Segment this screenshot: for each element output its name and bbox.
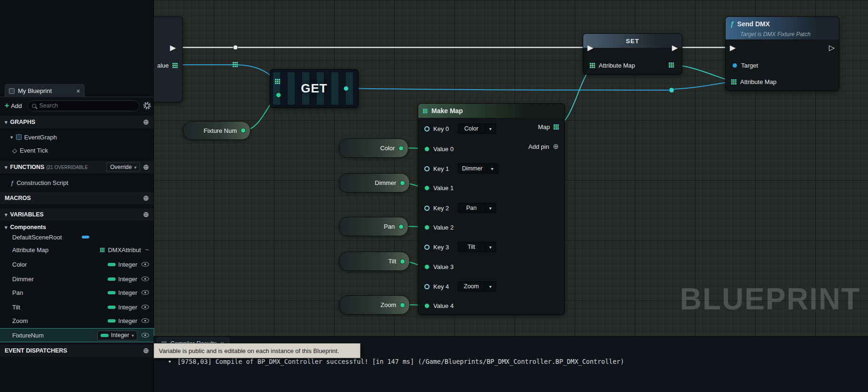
set-attribute-map-node[interactable]: SET ▶ ▶ Attribute Map — [583, 33, 682, 75]
int-output-pin[interactable] — [400, 180, 405, 185]
add-function-icon[interactable] — [143, 163, 149, 171]
variable-row-fixturenum-selected[interactable]: FixtureNum Integer — [0, 329, 154, 342]
override-dropdown[interactable]: Override — [106, 162, 140, 172]
add-variable-icon[interactable] — [143, 210, 149, 219]
map-wire[interactable] — [345, 88, 670, 90]
chevron-down-icon[interactable] — [485, 242, 496, 252]
close-tab-icon[interactable] — [76, 87, 80, 94]
send-dmx-node[interactable]: ƒ Send DMX Target is DMX Fixture Patch ▶… — [725, 16, 839, 91]
map-input-pin[interactable] — [731, 79, 736, 85]
variable-tooltip: Variable is public and is editable on ea… — [154, 343, 360, 358]
int-output-pin[interactable] — [399, 146, 404, 151]
key-pin[interactable] — [424, 166, 430, 171]
variable-row-zoom[interactable]: Zoom Integer — [0, 315, 154, 327]
map-pin-icon[interactable] — [172, 63, 178, 68]
map-output-pin[interactable] — [669, 62, 674, 68]
exec-out-pin[interactable]: ▶ — [672, 44, 678, 52]
add-button[interactable]: Add — [3, 101, 23, 110]
chevron-down-icon[interactable] — [485, 123, 496, 134]
make-map-icon — [423, 108, 427, 113]
value-pin[interactable] — [424, 185, 430, 191]
chevron-down-icon[interactable] — [485, 203, 496, 213]
visibility-eye-icon[interactable] — [141, 262, 149, 267]
key-enum-dropdown[interactable]: Dimmer — [458, 163, 498, 174]
event-graph-canvas[interactable]: BLUEPRINT ▶ alue — [154, 0, 868, 336]
sidebar-item-construction-script[interactable]: Construction Script — [0, 177, 154, 189]
key-enum-dropdown[interactable]: Zoom — [458, 281, 496, 292]
value-pin[interactable] — [424, 264, 430, 269]
visibility-eye-icon[interactable] — [141, 290, 149, 295]
chevron-down-icon[interactable] — [485, 281, 496, 292]
variable-row-defaultsceneroot[interactable]: DefaultSceneRoot — [0, 231, 154, 243]
value-pin[interactable] — [424, 303, 430, 308]
variable-row-pan[interactable]: Pan Integer — [0, 286, 154, 299]
exec-out-pin[interactable]: ▷ — [829, 44, 835, 52]
variable-row-dimmer[interactable]: Dimmer Integer — [0, 273, 154, 285]
get-node[interactable]: GET — [270, 69, 359, 108]
exec-in-pin[interactable]: ▶ — [730, 44, 735, 52]
get-dimmer-node[interactable]: Dimmer — [339, 173, 410, 192]
key-pin[interactable] — [424, 245, 430, 250]
key-enum-dropdown[interactable]: Pan — [458, 203, 496, 213]
key-enum-dropdown[interactable]: Tilt — [458, 242, 496, 252]
graph-icon — [16, 134, 22, 140]
key-pin[interactable] — [424, 206, 430, 211]
key-enum-dropdown[interactable]: Color — [458, 123, 496, 134]
value-pin[interactable] — [424, 146, 430, 152]
visibility-eye-icon[interactable] — [141, 277, 149, 281]
add-event-dispatcher-icon[interactable] — [143, 346, 149, 355]
visibility-eye-icon[interactable] — [141, 333, 149, 338]
get-tilt-node[interactable]: Tilt — [339, 252, 410, 271]
map-reroute-pin-icon[interactable] — [233, 62, 238, 67]
int-output-pin[interactable] — [399, 224, 404, 229]
map-input-pin[interactable] — [275, 79, 280, 84]
map-input-pin[interactable] — [590, 63, 595, 68]
get-pan-node[interactable]: Pan — [339, 217, 408, 236]
visibility-eye-icon[interactable] — [141, 318, 149, 323]
value-output-pin[interactable] — [344, 86, 349, 91]
variables-section-header[interactable]: VARIABLES — [0, 208, 154, 221]
sidebar-item-event-tick[interactable]: Event Tick — [0, 144, 154, 156]
value-pin[interactable] — [424, 225, 430, 230]
map-wire[interactable] — [673, 82, 731, 89]
make-map-node[interactable]: Make Map Key 0 Color Value 0 Key 1 Dimme… — [418, 103, 565, 315]
map-output-pin[interactable] — [554, 124, 559, 130]
event-dispatchers-section-header[interactable]: EVENT DISPATCHERS — [0, 345, 154, 357]
variable-type-dropdown[interactable]: Integer — [97, 331, 137, 340]
add-pin-icon[interactable] — [553, 142, 559, 151]
exec-in-pin[interactable]: ▶ — [587, 44, 593, 52]
settings-gear-icon[interactable] — [143, 102, 151, 109]
get-fixture-num-node[interactable]: Fixture Num — [183, 121, 250, 140]
sidebar-item-eventgraph[interactable]: EventGraph — [0, 131, 154, 143]
int-output-pin[interactable] — [400, 259, 405, 264]
target-input-pin[interactable] — [732, 63, 737, 68]
macros-section-header[interactable]: MACROS — [0, 192, 154, 204]
variable-row-tilt[interactable]: Tilt Integer — [0, 301, 154, 313]
functions-section-header[interactable]: FUNCTIONS (21 OVERRIDABLE Override — [0, 161, 154, 173]
int-output-pin[interactable] — [241, 128, 246, 133]
int-output-pin[interactable] — [400, 302, 405, 307]
tab-my-blueprint[interactable]: My Blueprint — [5, 84, 85, 97]
chevron-down-icon[interactable] — [487, 163, 498, 174]
search-box[interactable] — [27, 100, 140, 111]
get-color-node[interactable]: Color — [339, 138, 408, 158]
exec-reroute-node[interactable] — [233, 45, 238, 50]
add-pin-button[interactable]: Add pin — [528, 141, 559, 152]
key-pin[interactable] — [424, 126, 430, 131]
key-pin[interactable] — [424, 284, 430, 289]
log-bullet-icon — [168, 358, 172, 365]
map-reroute-node[interactable] — [669, 88, 674, 93]
visibility-eye-icon[interactable] — [141, 305, 149, 309]
add-graph-icon[interactable] — [143, 118, 149, 126]
add-macro-icon[interactable] — [143, 194, 149, 202]
exec-out-pin[interactable]: ▶ — [170, 44, 176, 52]
search-input[interactable] — [39, 102, 135, 109]
variable-row-attribute-map[interactable]: Attribute Map DMXAttribut — [0, 244, 154, 256]
graphs-section-header[interactable]: GRAPHS — [0, 116, 154, 128]
clipped-node[interactable]: ▶ alue — [154, 16, 183, 102]
get-zoom-node[interactable]: Zoom — [339, 295, 410, 315]
variable-row-color[interactable]: Color Integer — [0, 258, 154, 270]
integer-pill-icon — [108, 306, 116, 309]
index-input-pin[interactable] — [276, 92, 281, 98]
map-wire[interactable] — [175, 65, 276, 80]
